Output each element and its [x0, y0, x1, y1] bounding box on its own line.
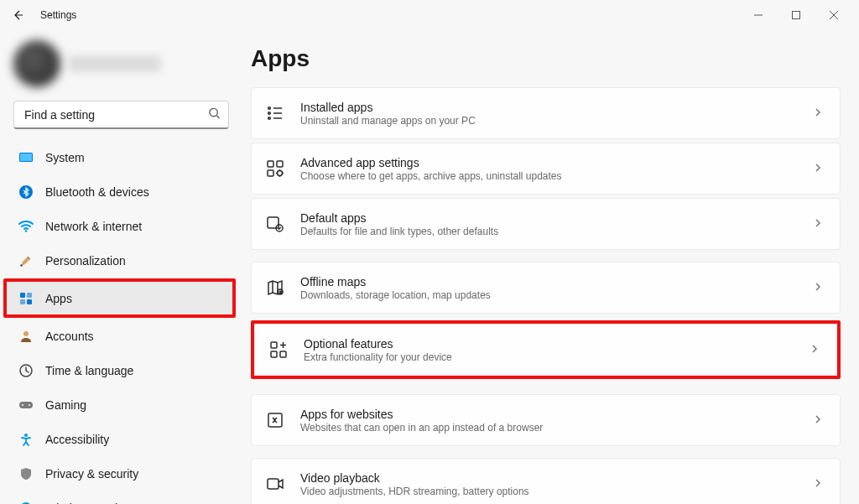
shield-icon	[18, 466, 34, 481]
window-controls	[739, 3, 852, 28]
item-installed-apps[interactable]: Installed apps Uninstall and manage apps…	[251, 87, 841, 139]
svg-rect-22	[277, 161, 283, 167]
item-video-playback[interactable]: Video playback Video adjustments, HDR st…	[251, 458, 841, 504]
sidebar-item-label: Privacy & security	[45, 467, 138, 481]
svg-rect-28	[271, 342, 277, 348]
close-icon	[830, 11, 838, 19]
item-text: Optional features Extra functionality fo…	[304, 337, 810, 363]
sidebar-item-bluetooth[interactable]: Bluetooth & devices	[7, 175, 232, 208]
sidebar-item-label: Accessibility	[45, 433, 109, 446]
svg-point-19	[268, 112, 271, 115]
svg-rect-30	[280, 351, 286, 357]
item-subtitle: Defaults for file and link types, other …	[300, 226, 813, 237]
sidebar-item-windows-update[interactable]: Windows Update	[7, 491, 232, 504]
profile-name-redacted	[69, 55, 161, 72]
sidebar-item-label: Network & internet	[45, 220, 142, 233]
item-subtitle: Uninstall and manage apps on your PC	[300, 115, 813, 127]
item-title: Installed apps	[300, 101, 813, 114]
chevron-right-icon	[810, 342, 820, 357]
chevron-right-icon	[813, 106, 823, 121]
sidebar-item-label: Personalization	[45, 254, 126, 268]
item-subtitle: Downloads, storage location, map updates	[300, 289, 813, 301]
item-text: Apps for websites Websites that can open…	[300, 408, 813, 434]
search-box	[13, 101, 229, 129]
clock-icon	[18, 363, 34, 378]
sidebar-item-accessibility[interactable]: Accessibility	[7, 423, 232, 455]
svg-rect-7	[20, 293, 25, 298]
main-panel: Apps Installed apps Uninstall and manage…	[239, 30, 859, 504]
svg-point-14	[22, 404, 23, 406]
update-icon	[18, 501, 34, 505]
video-icon	[263, 472, 287, 496]
sidebar-item-label: System	[45, 151, 85, 164]
search-input[interactable]	[13, 101, 229, 129]
item-title: Advanced app settings	[300, 156, 813, 169]
item-title: Offline maps	[300, 275, 813, 288]
titlebar-left: Settings	[7, 3, 76, 27]
maximize-icon	[792, 11, 800, 19]
sidebar-item-apps[interactable]: Apps	[7, 282, 232, 314]
svg-point-16	[24, 434, 28, 437]
item-subtitle: Video adjustments, HDR streaming, batter…	[300, 486, 813, 497]
svg-point-5	[25, 230, 28, 232]
sidebar-item-label: Accounts	[45, 330, 94, 343]
wifi-icon	[18, 219, 34, 234]
item-text: Installed apps Uninstall and manage apps…	[300, 101, 813, 127]
sidebar-item-gaming[interactable]: Gaming	[7, 388, 232, 421]
item-title: Default apps	[300, 211, 813, 225]
minimize-icon	[754, 11, 763, 19]
item-text: Video playback Video adjustments, HDR st…	[300, 471, 813, 497]
item-title: Video playback	[300, 471, 813, 485]
svg-rect-21	[268, 161, 273, 167]
item-offline-maps[interactable]: Offline maps Downloads, storage location…	[251, 262, 841, 314]
chevron-right-icon	[813, 476, 823, 491]
item-text: Advanced app settings Choose where to ge…	[300, 156, 813, 182]
svg-rect-3	[20, 153, 32, 161]
sidebar-highlight-box: Apps	[3, 278, 236, 318]
sidebar-item-time-language[interactable]: Time & language	[7, 354, 232, 387]
close-button[interactable]	[815, 3, 852, 28]
svg-point-6	[20, 264, 22, 266]
item-title: Apps for websites	[300, 408, 813, 421]
profile-section[interactable]	[7, 35, 236, 97]
paintbrush-icon	[18, 253, 34, 268]
page-title: Apps	[251, 45, 841, 72]
svg-rect-32	[268, 479, 279, 489]
item-advanced-app-settings[interactable]: Advanced app settings Choose where to ge…	[251, 143, 841, 195]
group-spacer	[251, 386, 841, 391]
back-button[interactable]	[7, 3, 30, 27]
avatar	[13, 40, 60, 87]
item-optional-features[interactable]: Optional features Extra functionality fo…	[254, 324, 837, 376]
item-apps-for-websites[interactable]: Apps for websites Websites that can open…	[251, 394, 841, 446]
default-apps-icon	[263, 212, 287, 236]
sidebar-item-accounts[interactable]: Accounts	[7, 320, 232, 352]
sidebar-item-label: Gaming	[45, 398, 86, 412]
sidebar-item-privacy[interactable]: Privacy & security	[7, 457, 232, 490]
item-subtitle: Choose where to get apps, archive apps, …	[300, 170, 813, 182]
search-icon	[208, 107, 221, 123]
chevron-right-icon	[813, 413, 823, 428]
svg-rect-0	[792, 12, 799, 19]
svg-point-1	[210, 108, 217, 116]
maximize-button[interactable]	[777, 3, 815, 28]
sidebar-item-label: Bluetooth & devices	[45, 185, 149, 199]
titlebar: Settings	[0, 0, 859, 30]
item-default-apps[interactable]: Default apps Defaults for file and link …	[251, 198, 841, 250]
svg-point-20	[268, 117, 271, 120]
bluetooth-icon	[18, 184, 34, 200]
group-spacer	[251, 449, 841, 455]
svg-point-11	[23, 331, 29, 336]
sidebar-item-personalization[interactable]: Personalization	[7, 244, 232, 277]
minimize-button[interactable]	[739, 3, 777, 28]
svg-point-15	[29, 404, 30, 406]
arrow-left-icon	[12, 8, 25, 22]
svg-rect-13	[19, 402, 33, 408]
sidebar-item-network[interactable]: Network & internet	[7, 210, 232, 242]
sidebar: System Bluetooth & devices Network & int…	[0, 30, 239, 504]
person-icon	[18, 329, 34, 344]
item-title: Optional features	[304, 337, 810, 351]
sidebar-item-system[interactable]: System	[7, 141, 232, 174]
window-title: Settings	[40, 9, 76, 21]
link-icon	[263, 408, 287, 432]
optional-features-icon	[267, 338, 290, 361]
